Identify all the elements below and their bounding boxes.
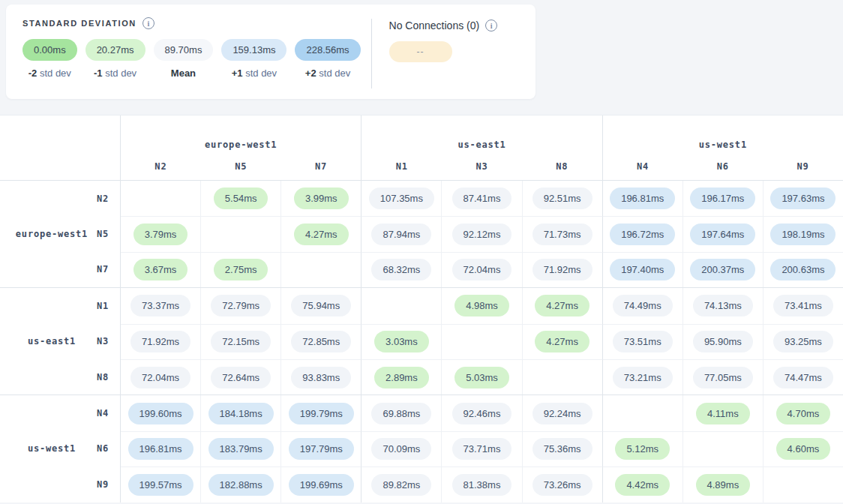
column-node-label: N4 — [603, 161, 683, 172]
latency-pill: 72.79ms — [211, 295, 271, 316]
latency-pill: 4.42ms — [615, 474, 670, 496]
matrix-row: N6196.81ms183.79ms197.79ms70.09ms73.71ms… — [0, 431, 843, 466]
latency-pill: 3.67ms — [134, 259, 188, 280]
self-latency-cell — [361, 288, 441, 323]
latency-cell: 71.73ms — [522, 216, 602, 251]
latency-cell: 72.04ms — [121, 359, 200, 394]
latency-pill: 3.79ms — [134, 224, 188, 245]
latency-cell: 77.05ms — [682, 359, 763, 394]
latency-cell: 4.98ms — [441, 288, 521, 323]
self-latency-cell — [441, 324, 521, 359]
latency-pill: 73.41ms — [773, 295, 833, 316]
legend-item: 0.00ms-2 std dev — [22, 39, 77, 79]
latency-pill: 72.15ms — [211, 331, 271, 352]
legend-item: 20.27ms-1 std dev — [86, 39, 146, 79]
legend-label-prefix: -2 — [28, 68, 38, 79]
column-node-labels: N4N6N9 — [603, 161, 843, 172]
matrix-row: N53.79ms4.27ms87.94ms92.12ms71.73ms196.7… — [0, 216, 843, 251]
latency-cell: 4.42ms — [602, 466, 682, 502]
latency-cell: 71.92ms — [121, 324, 200, 359]
column-node-label: N5 — [201, 161, 281, 172]
matrix-row: N872.04ms72.64ms93.83ms2.89ms5.03ms73.21… — [0, 359, 843, 394]
latency-pill: 5.03ms — [454, 367, 509, 388]
latency-cell: 5.12ms — [602, 431, 682, 466]
latency-cell: 92.12ms — [441, 216, 521, 251]
info-icon[interactable]: i — [485, 20, 497, 32]
latency-pill: 197.63ms — [770, 188, 836, 209]
legend-item: 159.13ms+1 std dev — [221, 39, 286, 79]
latency-cell: 73.26ms — [522, 466, 602, 502]
latency-pill: 71.92ms — [130, 331, 190, 352]
latency-pill: 182.88ms — [208, 474, 274, 496]
legend-pill-label: -1 std dev — [94, 68, 136, 79]
latency-pill: 200.37ms — [690, 259, 755, 280]
latency-pill: 71.73ms — [532, 224, 592, 245]
latency-cell: 92.51ms — [522, 181, 602, 216]
latency-pill: 93.25ms — [773, 331, 833, 352]
self-latency-cell — [682, 431, 763, 466]
row-node-label: N8 — [0, 359, 121, 394]
column-group-europe-west1: europe-west1N2N5N7 — [121, 116, 361, 180]
latency-pill: 5.54ms — [214, 188, 268, 209]
latency-pill: 75.94ms — [291, 295, 351, 316]
latency-pill: 4.27ms — [535, 331, 590, 352]
latency-pill: 92.24ms — [532, 403, 592, 424]
legend-label-prefix: -1 — [94, 68, 103, 79]
latency-pill: 92.46ms — [452, 403, 512, 424]
latency-cell: 87.94ms — [361, 216, 441, 251]
latency-cell: 74.13ms — [682, 288, 763, 323]
column-group-us-east1: us-east1N1N3N8 — [361, 116, 602, 180]
row-node-label: N9 — [0, 466, 121, 502]
latency-pill: 199.60ms — [128, 403, 194, 424]
latency-cell: 72.15ms — [200, 324, 280, 359]
latency-cell: 196.81ms — [121, 431, 200, 466]
latency-cell: 3.79ms — [121, 216, 200, 251]
latency-cell: 182.88ms — [200, 466, 280, 502]
std-deviation-title: STANDARD DEVIATION — [22, 19, 136, 28]
legend-label-prefix: +2 — [305, 68, 316, 79]
latency-cell: 73.37ms — [121, 288, 200, 323]
latency-cell: 92.24ms — [522, 395, 602, 430]
latency-pill: 73.26ms — [532, 474, 592, 496]
latency-pill: 4.60ms — [776, 438, 831, 460]
latency-cell: 107.35ms — [361, 181, 441, 216]
legend-pill: 20.27ms — [86, 39, 146, 61]
latency-pill: 73.37ms — [130, 295, 190, 316]
latency-pill: 197.64ms — [690, 224, 755, 245]
latency-pill: 4.27ms — [294, 224, 349, 245]
legend-label-suffix: std dev — [316, 68, 351, 79]
latency-pill: 4.89ms — [696, 474, 751, 496]
latency-pill: 69.88ms — [371, 403, 431, 424]
latency-cell: 196.81ms — [602, 181, 682, 216]
column-node-label: N2 — [121, 161, 201, 172]
info-icon[interactable]: i — [142, 17, 154, 29]
legend-label-suffix: std dev — [243, 68, 278, 79]
latency-pill: 89.82ms — [371, 474, 431, 496]
row-node-label: N5 — [0, 216, 121, 251]
matrix-row: N73.67ms2.75ms68.32ms72.04ms71.92ms197.4… — [0, 252, 843, 287]
legend-pill-label: Mean — [171, 68, 196, 79]
latency-cell: 2.89ms — [361, 359, 441, 394]
column-group-label: europe-west1 — [121, 140, 361, 150]
latency-pill: 200.63ms — [770, 259, 836, 280]
latency-pill: 3.03ms — [374, 331, 429, 352]
legend-item: 228.56ms+2 std dev — [295, 39, 360, 79]
latency-pill: 75.36ms — [532, 438, 592, 460]
matrix-row: N4199.60ms184.18ms199.79ms69.88ms92.46ms… — [0, 395, 843, 430]
latency-cell: 196.17ms — [682, 181, 763, 216]
no-connections-section: No Connections (0) i -- — [372, 17, 498, 99]
latency-cell: 199.79ms — [280, 395, 361, 430]
legend-pill: 159.13ms — [221, 39, 286, 61]
latency-pill: 196.81ms — [128, 438, 194, 460]
latency-cell: 199.60ms — [121, 395, 200, 430]
latency-cell: 73.41ms — [763, 288, 843, 323]
latency-cell: 4.27ms — [522, 288, 602, 323]
legend-label-prefix: Mean — [171, 68, 196, 79]
latency-pill: 72.04ms — [452, 259, 512, 280]
latency-cell: 197.64ms — [682, 216, 763, 251]
legend-label-prefix: +1 — [232, 68, 243, 79]
latency-pill: 4.98ms — [454, 295, 509, 316]
latency-pill: 72.04ms — [130, 367, 190, 388]
matrix-row: N9199.57ms182.88ms199.69ms89.82ms81.38ms… — [0, 466, 843, 502]
latency-cell: 199.69ms — [280, 466, 361, 502]
